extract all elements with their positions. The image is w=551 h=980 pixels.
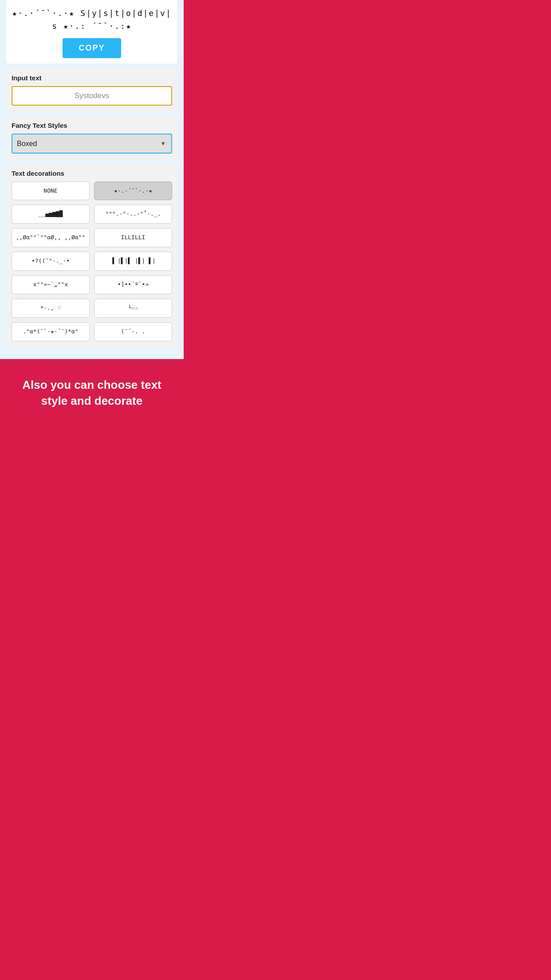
decoration-btn-heart[interactable]: *·., ♡ [12, 299, 90, 318]
text-input[interactable] [12, 86, 172, 106]
decoration-btn-star2[interactable]: .°α*(¯`·★·´¯)*α° [12, 322, 90, 341]
decorations-section: Text decorations NONE★·.·´¯`·.·★__▄▅▆▇█°… [6, 164, 177, 348]
decoration-btn-omega[interactable]: ,,Øα°°`°°αØ,, ,,Øα°° [12, 228, 90, 247]
preview-text: ★·.·´¯`·.·★ S|y|s|t|o|d|e|v|s ★·.: ´¯`·.… [12, 7, 172, 33]
decorations-label: Text decorations [12, 170, 172, 177]
decoration-btn-xoo[interactable]: x°°»~`„°°x [12, 275, 90, 294]
decoration-btn-circles[interactable]: °°°.·°·..·°˚·._. [94, 205, 172, 224]
decoration-btn-face1[interactable]: •?((¯°·._·• [12, 252, 90, 271]
decoration-btn-barcode[interactable]: ▐ |▌|▌ |▌| ▌| [94, 252, 172, 271]
main-card: ★·.·´¯`·.·★ S|y|s|t|o|d|e|v|s ★·.: ´¯`·.… [0, 0, 184, 359]
decoration-btn-dots1[interactable]: •]••´º`•» [94, 275, 172, 294]
style-select-wrapper: Boxed Bold Italic Cursive Double Struck … [12, 134, 172, 154]
input-label: Input text [12, 74, 172, 82]
decoration-btn-illilli[interactable]: ILLILLI [94, 228, 172, 247]
bottom-text: Also you can choose text style and decor… [0, 359, 184, 431]
input-section: Input text [6, 69, 177, 112]
style-section: Fancy Text Styles Boxed Bold Italic Curs… [6, 116, 177, 160]
decoration-btn-stairs[interactable]: └☆☆ [94, 299, 172, 318]
decoration-btn-paren[interactable]: (¯´·. . [94, 322, 172, 341]
copy-button[interactable]: COPY [63, 38, 121, 58]
decorations-grid: NONE★·.·´¯`·.·★__▄▅▆▇█°°°.·°·..·°˚·._.,,… [12, 182, 172, 341]
decoration-btn-none[interactable]: NONE [12, 182, 90, 201]
style-label: Fancy Text Styles [12, 122, 172, 129]
style-select[interactable]: Boxed Bold Italic Cursive Double Struck … [12, 134, 172, 154]
decoration-btn-bars[interactable]: __▄▅▆▇█ [12, 205, 90, 224]
decoration-btn-stars[interactable]: ★·.·´¯`·.·★ [94, 182, 172, 201]
preview-area: ★·.·´¯`·.·★ S|y|s|t|o|d|e|v|s ★·.: ´¯`·.… [6, 0, 177, 63]
